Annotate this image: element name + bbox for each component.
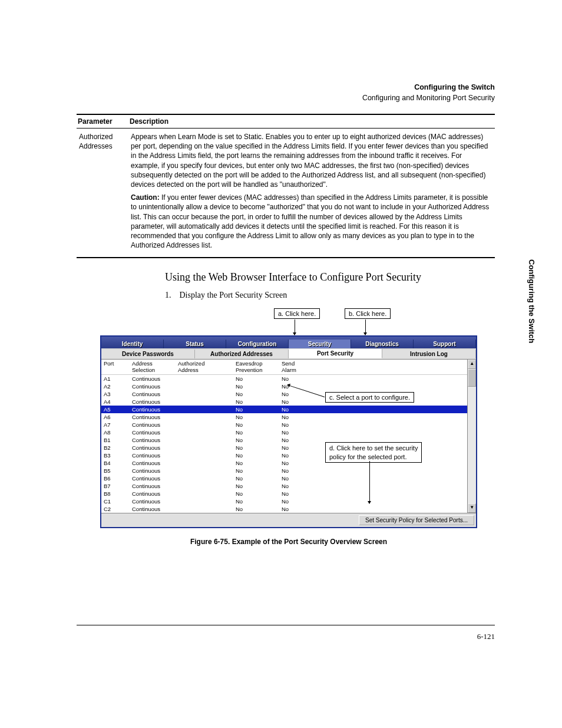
table-row[interactable]: A7ContinuousNoNo [101,421,467,429]
caution-text: If you enter fewer devices (MAC addresse… [131,193,489,249]
scroll-track[interactable] [468,369,476,503]
callout-row: a. Click here. b. Click here. [100,308,477,335]
parameter-table: Parameter Description Authorized Address… [77,114,495,258]
table-row[interactable]: B5ContinuousNoNo [101,467,467,475]
callout-b: b. Click here. [345,308,391,319]
col-auth-addr: Authorized Address [176,360,233,374]
sub-tabs: Device PasswordsAuthorized AddressesPort… [101,348,476,360]
port-table[interactable]: Port Address Selection Authorized Addres… [101,360,467,513]
annot-d-line-icon [369,461,370,503]
port-security-app: IdentityStatusConfigurationSecurityDiagn… [100,335,477,528]
scroll-up-icon[interactable]: ▲ [468,360,476,369]
tab-security[interactable]: Security [289,340,351,348]
subtab-authorized-addresses[interactable]: Authorized Addresses [195,350,289,358]
table-row[interactable]: B8ContinuousNoNo [101,490,467,498]
col-eavesdrop: Eavesdrop Prevention [233,360,279,374]
param-description: Appears when Learn Mode is set to Static… [128,129,495,258]
callout-c: c. Select a port to configure. [325,392,414,403]
col-port: Port [101,360,130,374]
page-number: 6-121 [477,632,495,641]
page-header: Configuring the Switch Configuring and M… [77,83,495,103]
app-footer: Set Security Policy for Selected Ports..… [101,513,476,527]
param-name: Authorized Addresses [77,129,128,258]
figure-wrapper: a. Click here. b. Click here. IdentitySt… [100,308,477,546]
side-thumb-label: Configuring the Switch [527,259,536,343]
figure-caption: Figure 6-75. Example of the Port Securit… [100,538,477,546]
section-title: Using the Web Browser Interface to Confi… [165,271,495,284]
col-addr-sel: Address Selection [130,360,176,374]
table-row[interactable]: B7ContinuousNoNo [101,482,467,490]
desc-paragraph-2: Caution: If you enter fewer devices (MAC… [131,193,492,250]
subtab-device-passwords[interactable]: Device Passwords [101,350,195,358]
arrow-a-icon [295,319,295,335]
grid-area: Port Address Selection Authorized Addres… [101,360,476,513]
tab-configuration[interactable]: Configuration [226,340,289,348]
set-security-policy-button[interactable]: Set Security Policy for Selected Ports..… [359,515,474,525]
header-title: Configuring the Switch [414,83,495,91]
table-row[interactable]: C1ContinuousNoNo [101,498,467,505]
table-row[interactable]: A5ContinuousNoNo [101,406,467,413]
footer-rule [77,625,495,625]
tab-support[interactable]: Support [414,340,476,348]
scroll-thumb[interactable] [468,369,476,387]
table-row[interactable]: C2ContinuousNoNo [101,505,467,513]
table-row[interactable]: A6ContinuousNoNo [101,413,467,421]
col-send-alarm: Send Alarm [279,360,467,374]
col-parameter: Parameter [77,114,128,129]
table-row[interactable]: A1ContinuousNoNo [101,375,467,383]
table-row[interactable]: A2ContinuousNoNo [101,383,467,390]
table-row[interactable]: B6ContinuousNoNo [101,475,467,482]
main-tabs: IdentityStatusConfigurationSecurityDiagn… [101,337,476,348]
vertical-scrollbar[interactable]: ▲ ▼ [467,360,476,513]
tab-status[interactable]: Status [164,340,226,348]
subtab-port-security[interactable]: Port Security [289,349,382,358]
header-subtitle: Configuring and Monitoring Port Security [362,94,495,102]
desc-paragraph-1: Appears when Learn Mode is set to Static… [131,132,492,189]
caution-label: Caution: [131,193,160,202]
callout-d: d. Click here to set the security policy… [325,442,422,463]
scroll-down-icon[interactable]: ▼ [468,503,476,513]
col-description: Description [128,114,495,129]
tab-diagnostics[interactable]: Diagnostics [351,340,414,348]
table-row[interactable]: A8ContinuousNoNo [101,429,467,436]
arrow-b-icon [365,319,366,335]
tab-identity[interactable]: Identity [101,340,164,348]
callout-a: a. Click here. [274,308,320,319]
step-1: 1. Display the Port Security Screen [165,291,495,300]
subtab-intrusion-log[interactable]: Intrusion Log [382,350,476,358]
